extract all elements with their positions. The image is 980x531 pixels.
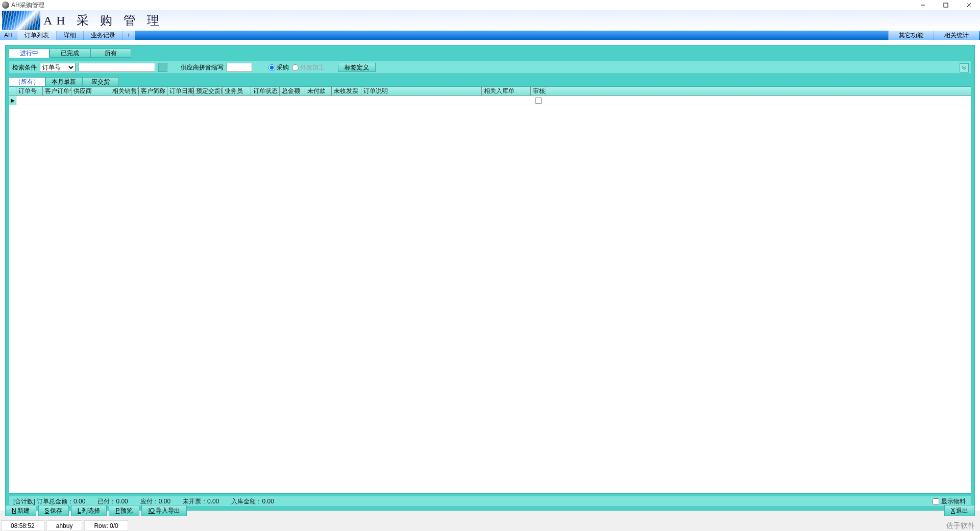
- cat-tab-all[interactable]: （所有）: [9, 77, 45, 86]
- order-grid[interactable]: 订单号客户订单号供应商相关销售订客户简称订单日期预定交货日业务员订单状态总金额未…: [9, 86, 971, 494]
- status-tab-all[interactable]: 所有: [90, 49, 131, 58]
- grid-cell[interactable]: [332, 96, 361, 105]
- grid-header-selector[interactable]: [9, 87, 16, 95]
- 保存-button[interactable]: S 保存: [38, 505, 69, 516]
- grid-row[interactable]: ▶: [9, 96, 971, 105]
- tab-add[interactable]: +: [123, 31, 135, 40]
- grid-col-1[interactable]: 客户订单号: [43, 87, 71, 95]
- maximize-button[interactable]: [934, 0, 957, 10]
- status-tabs: 进行中 已完成 所有: [9, 49, 971, 58]
- cat-tab-delivery[interactable]: 应交货: [82, 77, 119, 86]
- grid-cell[interactable]: [167, 96, 194, 105]
- grid-col-2[interactable]: 供应商: [71, 87, 110, 95]
- row-indicator-icon: ▶: [9, 96, 16, 105]
- grid-cell[interactable]: [194, 96, 223, 105]
- radio-outsource[interactable]: 外发加工: [292, 63, 325, 72]
- main-panel: 进行中 已完成 所有 检索条件 订单号 供应商拼音缩写 采购 外发加工 标签定义…: [5, 45, 975, 511]
- status-time: 08:58:52: [1, 520, 44, 531]
- tab-order-list[interactable]: 订单列表: [17, 31, 57, 40]
- status-brand: 佐手软件: [946, 521, 975, 530]
- grid-cell[interactable]: [482, 96, 531, 105]
- grid-cell[interactable]: [71, 96, 110, 105]
- grid-cell[interactable]: [280, 96, 305, 105]
- tab-business-log[interactable]: 业务记录: [84, 31, 123, 40]
- grid-cell[interactable]: [139, 96, 167, 105]
- content-area: 进行中 已完成 所有 检索条件 订单号 供应商拼音缩写 采购 外发加工 标签定义…: [0, 40, 980, 511]
- grid-col-7[interactable]: 业务员: [223, 87, 251, 95]
- category-tabs: （所有） 本月最新 应交货: [9, 77, 971, 86]
- status-row: Row: 0/0: [84, 520, 128, 531]
- grid-col-6[interactable]: 预定交货日: [194, 87, 223, 95]
- title-bar: AH采购管理: [0, 0, 980, 10]
- app-logo: [2, 11, 40, 30]
- grid-col-9[interactable]: 总金额: [280, 87, 305, 95]
- grid-cell[interactable]: [305, 96, 332, 105]
- tab-other-functions[interactable]: 其它功能: [888, 31, 934, 40]
- grid-cell[interactable]: [16, 96, 43, 105]
- grid-col-14[interactable]: 审核: [531, 87, 546, 95]
- grid-col-11[interactable]: 未收发票: [332, 87, 361, 95]
- grid-col-12[interactable]: 订单说明: [361, 87, 482, 95]
- grid-col-8[interactable]: 订单状态: [251, 87, 280, 95]
- grid-col-5[interactable]: 订单日期: [167, 87, 194, 95]
- radio-purchase[interactable]: 采购: [268, 63, 289, 72]
- grid-cell[interactable]: [110, 96, 139, 105]
- app-banner: AH 采 购 管 理: [0, 10, 980, 31]
- 预览-button[interactable]: P 预览: [109, 505, 139, 516]
- grid-col-13[interactable]: 相关入库单: [482, 87, 531, 95]
- supplier-label: 供应商拼音缩写: [181, 63, 224, 72]
- label-define-button[interactable]: 标签定义: [338, 63, 376, 72]
- cat-tab-month[interactable]: 本月最新: [45, 77, 82, 86]
- grid-cell[interactable]: [223, 96, 251, 105]
- svg-rect-1: [944, 3, 948, 7]
- grid-header: 订单号客户订单号供应商相关销售订客户简称订单日期预定交货日业务员订单状态总金额未…: [9, 87, 971, 96]
- grid-col-0[interactable]: 订单号: [16, 87, 43, 95]
- main-tab-bar: AH 订单列表 详细 业务记录 + 其它功能 相关统计: [0, 31, 980, 40]
- supplier-input[interactable]: [227, 63, 252, 72]
- 列选择-button[interactable]: L 列选择: [71, 505, 107, 516]
- audit-checkbox[interactable]: [535, 98, 542, 104]
- window-title: AH采购管理: [11, 1, 44, 10]
- search-label: 检索条件: [12, 63, 37, 72]
- filter-bar: 检索条件 订单号 供应商拼音缩写 采购 外发加工 标签定义: [9, 61, 971, 74]
- grid-cell[interactable]: [251, 96, 280, 105]
- exit-button[interactable]: X 退出: [944, 505, 975, 516]
- status-tab-inprogress[interactable]: 进行中: [9, 49, 50, 58]
- status-bar: 08:58:52 ahbuy Row: 0/0 佐手软件: [0, 520, 980, 531]
- radio-outsource-input[interactable]: [292, 64, 299, 71]
- radio-purchase-input[interactable]: [268, 64, 275, 71]
- status-tab-completed[interactable]: 已完成: [50, 49, 90, 58]
- grid-cell[interactable]: [43, 96, 71, 105]
- search-input[interactable]: [79, 63, 155, 72]
- app-title: AH 采 购 管 理: [43, 12, 163, 29]
- search-button[interactable]: [158, 63, 167, 72]
- bottom-toolbar: N 新建S 保存L 列选择P 预览IO 导入导出 X 退出: [5, 504, 975, 517]
- tab-related-stats[interactable]: 相关统计: [934, 31, 979, 40]
- close-button[interactable]: [957, 0, 980, 10]
- grid-col-4[interactable]: 客户简称: [139, 87, 167, 95]
- minimize-button[interactable]: [911, 0, 934, 10]
- 导入导出-button[interactable]: IO 导入导出: [141, 505, 187, 516]
- grid-cell[interactable]: [531, 96, 546, 105]
- grid-cell[interactable]: [361, 96, 482, 105]
- grid-col-3[interactable]: 相关销售订: [110, 87, 139, 95]
- grid-col-10[interactable]: 未付款: [305, 87, 332, 95]
- tab-detail[interactable]: 详细: [57, 31, 84, 40]
- search-field-select[interactable]: 订单号: [40, 63, 76, 72]
- status-module: ahbuy: [46, 520, 83, 531]
- app-icon: [2, 2, 9, 9]
- 新建-button[interactable]: N 新建: [5, 505, 36, 516]
- tab-ah[interactable]: AH: [0, 31, 17, 40]
- expand-filter-button[interactable]: [960, 63, 969, 73]
